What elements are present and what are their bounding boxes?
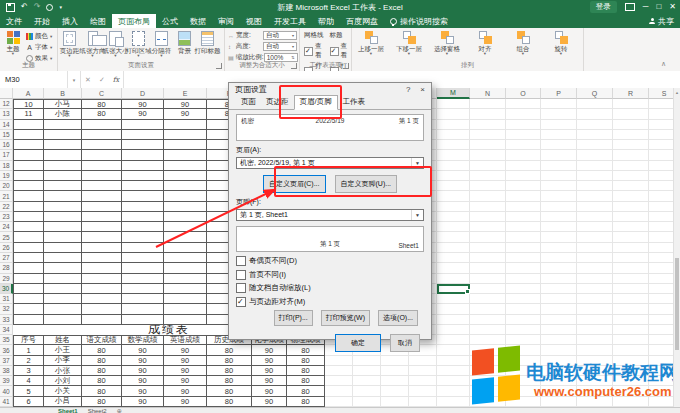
cell[interactable] bbox=[506, 191, 541, 201]
cell[interactable] bbox=[577, 202, 613, 212]
cell[interactable] bbox=[44, 284, 82, 294]
cell[interactable] bbox=[122, 181, 164, 191]
tab-page-layout[interactable]: 页面布局 bbox=[112, 14, 156, 28]
cell[interactable] bbox=[613, 315, 649, 325]
row-header-16[interactable]: 16 bbox=[0, 140, 13, 150]
redo-icon[interactable]: ↷ bbox=[34, 3, 41, 11]
cell[interactable] bbox=[541, 202, 577, 212]
row-header-19[interactable]: 19 bbox=[0, 171, 13, 181]
cell[interactable]: 小刘 bbox=[44, 376, 82, 386]
height-select[interactable]: 自动▾ bbox=[263, 42, 297, 51]
cell[interactable] bbox=[577, 120, 613, 130]
cell[interactable]: 80 bbox=[207, 397, 252, 407]
close-button[interactable]: ✕ bbox=[669, 3, 676, 11]
cell[interactable] bbox=[13, 284, 44, 294]
cell[interactable] bbox=[437, 356, 470, 366]
name-box[interactable]: M30 bbox=[0, 71, 68, 88]
background-button[interactable]: 背景 bbox=[173, 30, 196, 58]
send-backward-button[interactable]: 下移一层▾ bbox=[390, 30, 428, 56]
cell[interactable] bbox=[122, 191, 164, 201]
cell[interactable] bbox=[437, 325, 470, 335]
row-header-35[interactable]: 35 bbox=[0, 335, 13, 345]
cell[interactable] bbox=[437, 109, 470, 119]
row-header-20[interactable]: 20 bbox=[0, 181, 13, 191]
cell[interactable] bbox=[164, 191, 207, 201]
cell[interactable]: 80 bbox=[207, 386, 252, 396]
cell[interactable] bbox=[164, 315, 207, 325]
cell[interactable] bbox=[470, 325, 506, 335]
cell[interactable] bbox=[82, 150, 122, 160]
cell[interactable] bbox=[164, 150, 207, 160]
cell[interactable]: 90 bbox=[252, 386, 287, 396]
cell[interactable] bbox=[506, 284, 541, 294]
cell[interactable] bbox=[613, 109, 649, 119]
cell[interactable] bbox=[409, 366, 437, 376]
cell[interactable] bbox=[506, 274, 541, 284]
cell[interactable]: 90 bbox=[164, 356, 207, 366]
cell[interactable] bbox=[122, 243, 164, 253]
undo-icon[interactable]: ↶ bbox=[21, 3, 28, 11]
cell[interactable] bbox=[577, 140, 613, 150]
scale-with-document-checkbox[interactable]: 随文档自动缩放(L) bbox=[236, 283, 424, 293]
cell[interactable] bbox=[541, 99, 577, 109]
cell[interactable] bbox=[613, 181, 649, 191]
cell[interactable] bbox=[541, 274, 577, 284]
cell[interactable] bbox=[437, 161, 470, 171]
cell[interactable] bbox=[13, 294, 44, 304]
cell[interactable] bbox=[541, 171, 577, 181]
cell[interactable] bbox=[44, 315, 82, 325]
cell[interactable] bbox=[506, 120, 541, 130]
cell[interactable]: 80 bbox=[82, 109, 122, 119]
tab-home[interactable]: 开始 bbox=[28, 14, 56, 28]
cell[interactable]: 80 bbox=[207, 366, 252, 376]
cell[interactable] bbox=[506, 140, 541, 150]
cell[interactable] bbox=[122, 274, 164, 284]
name-box-dropdown-icon[interactable]: ▾ bbox=[68, 71, 81, 88]
cell[interactable] bbox=[44, 253, 82, 263]
cell[interactable] bbox=[577, 243, 613, 253]
sheet-tab-sheet1[interactable]: Sheet1 bbox=[58, 408, 78, 413]
cell[interactable] bbox=[541, 130, 577, 140]
cell[interactable] bbox=[381, 356, 409, 366]
touch-mode-icon[interactable] bbox=[46, 4, 53, 11]
cell[interactable] bbox=[506, 315, 541, 325]
cell[interactable] bbox=[506, 161, 541, 171]
orientation-button[interactable]: 纸张方向▾ bbox=[81, 30, 104, 58]
cell[interactable] bbox=[541, 294, 577, 304]
cell[interactable] bbox=[164, 161, 207, 171]
cell[interactable] bbox=[541, 253, 577, 263]
cell[interactable] bbox=[613, 99, 649, 109]
cell[interactable] bbox=[577, 315, 613, 325]
cell[interactable] bbox=[122, 222, 164, 232]
cell[interactable] bbox=[122, 315, 164, 325]
cancel-button[interactable]: 取消 bbox=[390, 334, 420, 352]
cell[interactable] bbox=[506, 263, 541, 273]
cell[interactable] bbox=[437, 335, 470, 345]
cell[interactable] bbox=[577, 325, 613, 335]
cell[interactable] bbox=[541, 315, 577, 325]
tab-review[interactable]: 审阅 bbox=[212, 14, 240, 28]
cell[interactable] bbox=[541, 212, 577, 222]
column-header-B[interactable]: B bbox=[44, 88, 82, 99]
cell[interactable] bbox=[437, 253, 470, 263]
cell[interactable] bbox=[437, 263, 470, 273]
cell[interactable]: 90 bbox=[164, 366, 207, 376]
cell[interactable] bbox=[577, 253, 613, 263]
cell[interactable] bbox=[577, 171, 613, 181]
cell[interactable] bbox=[613, 222, 649, 232]
cell[interactable] bbox=[470, 99, 506, 109]
cell[interactable] bbox=[541, 232, 577, 242]
row-header-38[interactable]: 38 bbox=[0, 366, 13, 376]
cell[interactable] bbox=[613, 294, 649, 304]
cell[interactable] bbox=[470, 232, 506, 242]
cell[interactable] bbox=[13, 274, 44, 284]
cell[interactable]: 90 bbox=[164, 109, 207, 119]
cell[interactable] bbox=[506, 181, 541, 191]
options-button[interactable]: 选项(O)... bbox=[378, 310, 418, 326]
cell[interactable] bbox=[122, 263, 164, 273]
column-header-C[interactable]: C bbox=[82, 88, 122, 99]
cell[interactable] bbox=[44, 232, 82, 242]
cancel-entry-icon[interactable]: ✕ bbox=[81, 71, 95, 88]
cell[interactable] bbox=[470, 284, 506, 294]
cell[interactable] bbox=[577, 304, 613, 314]
